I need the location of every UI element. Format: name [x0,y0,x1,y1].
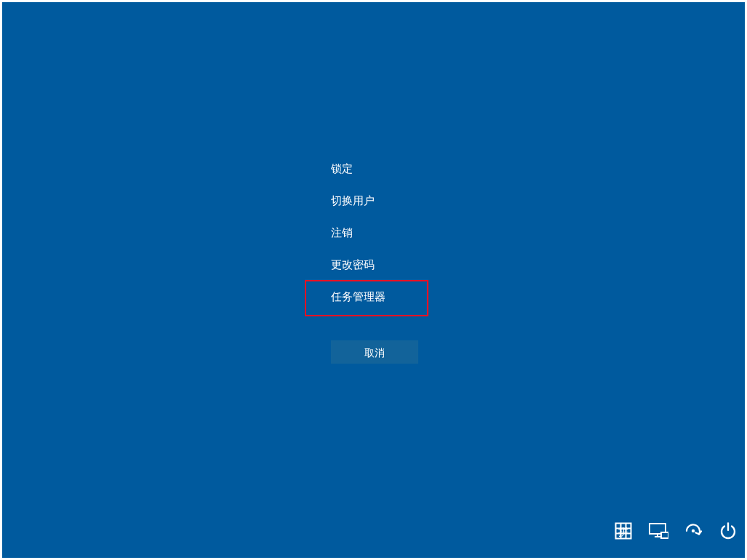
svg-text:拼: 拼 [618,526,628,537]
ime-icon[interactable]: 拼 [612,520,634,542]
svg-point-10 [692,529,695,532]
svg-rect-9 [661,532,668,538]
cancel-button[interactable]: 取消 [331,340,418,364]
system-tray: 拼 [612,520,739,542]
power-icon[interactable] [717,520,739,542]
options-list: 锁定 切换用户 注销 更改密码 任务管理器 [329,162,386,303]
ease-of-access-icon[interactable] [682,520,704,542]
option-lock[interactable]: 锁定 [329,162,386,175]
option-task-manager[interactable]: 任务管理器 [329,290,386,303]
svg-rect-8 [657,534,658,537]
option-sign-out[interactable]: 注销 [329,226,386,239]
option-change-password[interactable]: 更改密码 [329,258,386,271]
option-switch-user[interactable]: 切换用户 [329,194,386,207]
security-options-screen: 锁定 切换用户 注销 更改密码 任务管理器 取消 拼 [2,2,745,558]
network-icon[interactable] [647,520,669,542]
